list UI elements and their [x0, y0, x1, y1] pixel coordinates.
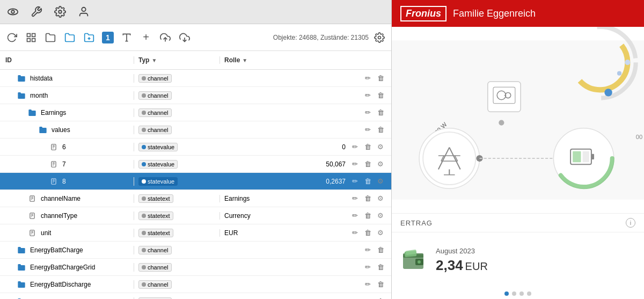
settings-gear-icon[interactable] [373, 31, 386, 44]
table-row[interactable]: EnergyBattCharge channel ✏ 🗑 [0, 242, 391, 259]
gear-button[interactable]: ⚙ [375, 159, 386, 170]
svg-rect-68 [583, 151, 589, 162]
edit-button[interactable]: ✏ [349, 210, 360, 221]
type-badge-dot [142, 179, 146, 184]
dot-4[interactable] [527, 291, 531, 296]
add-icon[interactable]: + [140, 31, 152, 44]
wrench-icon[interactable] [29, 4, 44, 19]
table-row[interactable]: 6 statevalue 0 ✏ 🗑 ⚙ [0, 138, 391, 156]
info-icon[interactable]: i [626, 218, 635, 228]
edit-button[interactable]: ✏ [362, 279, 373, 290]
table-row[interactable]: values channel ✏ 🗑 [0, 121, 391, 138]
row-type-area: statevalue [134, 177, 219, 186]
edit-button[interactable]: ✏ [349, 228, 360, 238]
table-row[interactable]: EnergyBattDischargeGrid channel ✏ 🗑 [0, 293, 391, 299]
type-badge: statevalue [138, 177, 178, 186]
delete-button[interactable]: 🗑 [375, 296, 386, 300]
typ-dropdown-arrow[interactable]: ▼ [151, 57, 157, 63]
user-icon[interactable] [76, 4, 91, 19]
table-row[interactable]: month channel ✏ 🗑 [0, 87, 391, 104]
delete-button[interactable]: 🗑 [362, 159, 373, 170]
type-badge-label: channel [148, 281, 169, 288]
type-badge: channel [138, 246, 172, 254]
table-row[interactable]: unit statetext EUR ✏ 🗑 ⚙ [0, 224, 391, 242]
delete-button[interactable]: 🗑 [362, 193, 373, 204]
type-badge-label: statevalue [148, 144, 174, 150]
gear-button[interactable]: ⚙ [375, 193, 386, 204]
table-row[interactable]: channelName statetext Earnings ✏ 🗑 ⚙ [0, 190, 391, 207]
folder-add-icon[interactable] [83, 31, 96, 44]
table-row[interactable]: Earnings channel ✏ 🗑 [0, 104, 391, 121]
table-row[interactable]: 8 statevalue 0,2637 ✏ 🗑 ⚙ [0, 173, 391, 190]
delete-button[interactable]: 🗑 [362, 142, 373, 152]
file-row-icon [48, 159, 59, 170]
delete-button[interactable]: 🗑 [375, 262, 386, 273]
row-actions: ✏ 🗑 [348, 279, 386, 290]
edit-button[interactable]: ✏ [349, 176, 360, 187]
file-row-icon [27, 228, 38, 238]
table-row[interactable]: EnergyBattDischarge channel ✏ 🗑 [0, 276, 391, 293]
delete-button[interactable]: 🗑 [375, 125, 386, 135]
pagination-dots [392, 288, 644, 299]
main-toolbar: 1 + Objekte: 24688, Zustände: 21 [0, 24, 391, 51]
delete-button[interactable]: 🗑 [375, 90, 386, 101]
gear-button[interactable]: ⚙ [375, 142, 386, 152]
dot-1[interactable] [504, 291, 509, 296]
column-rolle[interactable]: Rolle ▼ [219, 56, 300, 64]
edit-button[interactable]: ✏ [362, 90, 373, 101]
edit-button[interactable]: ✏ [362, 73, 373, 84]
settings-icon[interactable] [53, 4, 68, 19]
dot-2[interactable] [512, 291, 516, 296]
download-icon[interactable] [178, 31, 191, 44]
gear-button[interactable]: ⚙ [375, 210, 386, 221]
type-badge-dot [142, 111, 146, 115]
dot-3[interactable] [519, 291, 524, 296]
type-badge-label: statetext [148, 195, 170, 202]
table-row[interactable]: EnergyBattChargeGrid channel ✏ 🗑 [0, 259, 391, 276]
type-badge: statevalue [138, 143, 178, 151]
ertrag-details: August 2023 2,34EUR [436, 247, 488, 274]
refresh-icon[interactable] [5, 31, 18, 44]
delete-button[interactable]: 🗑 [375, 107, 386, 118]
svg-rect-66 [591, 154, 594, 159]
row-actions: ✏ 🗑 [348, 245, 386, 256]
folder-open-icon[interactable] [63, 31, 76, 44]
wallet-icon [400, 247, 427, 274]
rolle-dropdown-arrow[interactable]: ▼ [242, 57, 247, 63]
gear-button[interactable]: ⚙ [375, 176, 386, 187]
delete-button[interactable]: 🗑 [375, 279, 386, 290]
grid-icon[interactable] [25, 31, 38, 44]
edit-button[interactable]: ✏ [349, 193, 360, 204]
type-badge-dot [142, 248, 146, 252]
delete-button[interactable]: 🗑 [362, 210, 373, 221]
eye-icon[interactable] [5, 4, 20, 19]
type-badge-label: statevalue [148, 178, 174, 185]
delete-button[interactable]: 🗑 [362, 228, 373, 238]
delete-button[interactable]: 🗑 [362, 176, 373, 187]
right-panel-title: Familie Eggenreich [453, 8, 536, 19]
row-name: 8 [62, 178, 134, 185]
edit-button[interactable]: ✏ [362, 107, 373, 118]
delete-button[interactable]: 🗑 [375, 245, 386, 256]
edit-button[interactable]: ✏ [349, 142, 360, 152]
row-actions: ✏ 🗑 [348, 262, 386, 273]
badge-icon[interactable]: 1 [102, 32, 114, 43]
text-format-icon[interactable] [120, 31, 133, 44]
row-name: EnergyBattCharge [30, 246, 134, 254]
edit-button[interactable]: ✏ [349, 159, 360, 170]
table-row[interactable]: channelType statetext Currency ✏ 🗑 ⚙ [0, 207, 391, 224]
ertrag-currency: EUR [465, 260, 488, 272]
folder-icon[interactable] [44, 31, 57, 44]
edit-button[interactable]: ✏ [362, 125, 373, 135]
delete-button[interactable]: 🗑 [375, 73, 386, 84]
table-row[interactable]: 7 statevalue 50,067 ✏ 🗑 ⚙ [0, 156, 391, 173]
gear-button[interactable]: ⚙ [375, 228, 386, 238]
edit-button[interactable]: ✏ [362, 296, 373, 300]
column-typ[interactable]: Typ ▼ [134, 56, 219, 64]
row-value: 0,2637 [300, 178, 348, 185]
table-row[interactable]: histdata channel ✏ 🗑 [0, 70, 391, 87]
edit-button[interactable]: ✏ [362, 245, 373, 256]
objects-count: Objekte: 24688, Zustände: 21305 [273, 34, 369, 41]
upload-icon[interactable] [159, 31, 172, 44]
edit-button[interactable]: ✏ [362, 262, 373, 273]
